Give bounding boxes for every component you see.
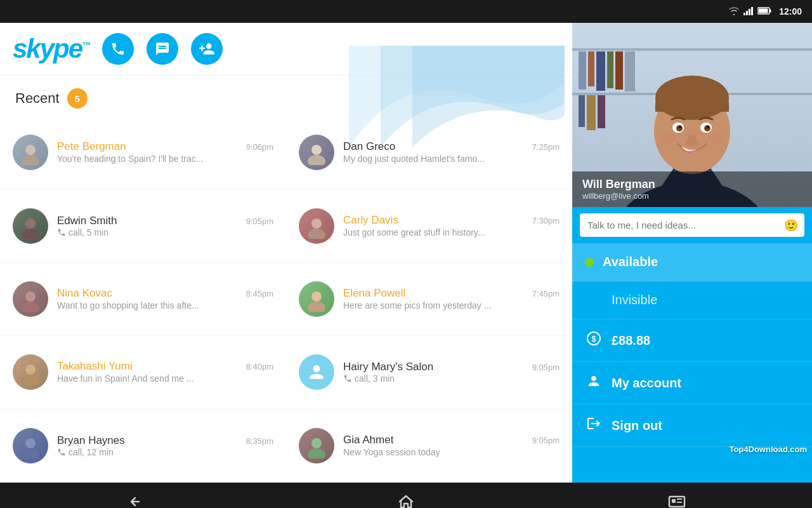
person-icon — [585, 373, 603, 392]
svg-point-9 — [311, 145, 322, 155]
contact-item[interactable]: Pete Bergman 9:06pm You're heading to Sp… — [0, 116, 286, 189]
sign-out-item[interactable]: Sign out — [572, 404, 812, 447]
svg-point-12 — [22, 229, 39, 239]
svg-rect-40 — [672, 499, 676, 503]
svg-point-14 — [308, 229, 325, 239]
svg-text:$: $ — [592, 335, 596, 344]
svg-point-23 — [311, 438, 322, 448]
status-icons: 12:00 — [728, 6, 802, 17]
contact-time: 8:45pm — [246, 289, 273, 298]
credit-item[interactable]: $ £88.88 — [572, 319, 812, 362]
app-header: skype™ — [0, 23, 572, 76]
contact-item[interactable]: Takahashi Yumi 8:40pm Have fun in Spain!… — [0, 336, 286, 409]
invisible-label: Invisible — [612, 293, 657, 307]
watermark: Top4Download.com — [729, 444, 807, 454]
contact-call: call, 5 min — [57, 227, 273, 237]
contact-name: Edwin Smith — [57, 215, 117, 227]
svg-rect-0 — [743, 13, 745, 15]
svg-point-10 — [308, 155, 325, 165]
svg-point-20 — [22, 375, 39, 385]
avatar — [13, 281, 48, 317]
avatar — [299, 208, 334, 244]
status-invisible-item[interactable]: Invisible — [572, 281, 812, 319]
contact-item[interactable]: Gia Ahmet 9:05pm New Yoga session today — [286, 410, 572, 483]
contact-item[interactable]: Nina Kovac 8:45pm Want to go shopping la… — [0, 263, 286, 336]
recent-header: Recent 5 — [0, 76, 572, 116]
contact-time: 7:25pm — [532, 142, 560, 152]
svg-rect-6 — [759, 8, 768, 13]
contact-preview: My dog just quoted Hamlet's famo... — [343, 154, 485, 164]
skype-logo: skype™ — [13, 34, 89, 64]
signout-icon — [585, 416, 603, 435]
contact-name: Nina Kovac — [57, 287, 112, 300]
avatar — [299, 354, 334, 390]
left-panel: skype™ — [0, 23, 572, 483]
back-button[interactable] — [110, 488, 160, 508]
call-button[interactable] — [102, 33, 134, 65]
recents-button[interactable] — [652, 488, 702, 508]
contact-preview: New Yoga session today — [343, 447, 440, 457]
status-bar: 12:00 — [0, 0, 812, 23]
account-panel: Will Bergman willberg@live.com 🙂 Availab… — [572, 23, 812, 483]
add-contact-button[interactable] — [191, 33, 223, 65]
contact-preview: You're heading to Spain? I'll be trac... — [57, 154, 204, 164]
contact-item[interactable]: Bryan Haynes 8:35pm call, 12 min — [0, 410, 286, 483]
user-email: willberg@live.com — [582, 191, 802, 201]
contact-time: 9:05pm — [246, 217, 273, 226]
svg-point-8 — [22, 155, 39, 165]
contact-preview: Here are some pics from yesterday ... — [343, 300, 491, 311]
contact-name: Pete Bergman — [57, 140, 126, 153]
recent-label: Recent — [15, 90, 60, 107]
status-time: 12:00 — [779, 6, 802, 17]
svg-point-18 — [308, 302, 325, 312]
avatar — [13, 135, 48, 170]
contact-item[interactable]: Carly Davis 7:30pm Just got some great s… — [286, 189, 572, 262]
svg-point-16 — [22, 302, 39, 312]
contact-time: 9:05pm — [532, 363, 560, 372]
avatar — [299, 428, 334, 464]
avatar — [299, 281, 334, 317]
mood-input[interactable] — [580, 213, 804, 237]
my-account-item[interactable]: My account — [572, 362, 812, 404]
available-label: Available — [603, 255, 658, 269]
user-display-name: Will Bergman — [582, 178, 802, 191]
svg-point-17 — [311, 291, 322, 302]
mood-input-wrapper: 🙂 — [580, 213, 804, 237]
user-photo-area: Will Bergman willberg@live.com — [572, 23, 812, 207]
contact-time: 8:35pm — [246, 436, 273, 446]
contact-name: Dan Greco — [343, 140, 395, 153]
contact-time: 7:30pm — [532, 216, 560, 225]
chat-button[interactable] — [147, 33, 178, 65]
contact-time: 8:40pm — [246, 362, 273, 371]
svg-point-34 — [707, 126, 709, 128]
contact-item[interactable]: Dan Greco 7:25pm My dog just quoted Haml… — [286, 116, 572, 189]
svg-point-19 — [25, 364, 36, 375]
svg-point-11 — [25, 218, 36, 229]
contact-name: Bryan Haynes — [57, 434, 125, 447]
contact-item[interactable]: Hairy Mary's Salon 9:05pm call, 3 min — [286, 336, 572, 409]
credit-amount: £88.88 — [612, 333, 650, 348]
svg-rect-2 — [749, 9, 750, 15]
contact-item[interactable]: Edwin Smith 9:05pm call, 5 min — [0, 189, 286, 262]
svg-point-35 — [658, 133, 676, 144]
contact-preview: Just got some great stuff in history... — [343, 227, 485, 237]
mood-emoji-icon: 🙂 — [784, 218, 798, 232]
contact-time: 9:05pm — [532, 436, 560, 445]
contact-name: Gia Ahmet — [343, 434, 393, 446]
contact-name: Carly Davis — [343, 214, 398, 227]
contact-item[interactable]: Elena Powell 7:45pm Here are some pics f… — [286, 263, 572, 336]
svg-point-15 — [25, 291, 36, 302]
logo-text: skype™ — [13, 34, 89, 64]
home-button[interactable] — [381, 488, 431, 508]
my-account-label: My account — [612, 376, 681, 391]
svg-rect-1 — [746, 11, 748, 15]
status-available-item[interactable]: Available — [572, 243, 812, 281]
credit-icon: $ — [585, 331, 603, 350]
contact-call: call, 3 min — [343, 373, 560, 384]
contact-name: Takahashi Yumi — [57, 360, 133, 373]
svg-point-21 — [25, 438, 36, 448]
contact-time: 7:45pm — [532, 289, 560, 298]
svg-point-7 — [25, 145, 36, 155]
contacts-list: Pete Bergman 9:06pm You're heading to Sp… — [0, 116, 572, 483]
contact-name: Elena Powell — [343, 287, 405, 300]
